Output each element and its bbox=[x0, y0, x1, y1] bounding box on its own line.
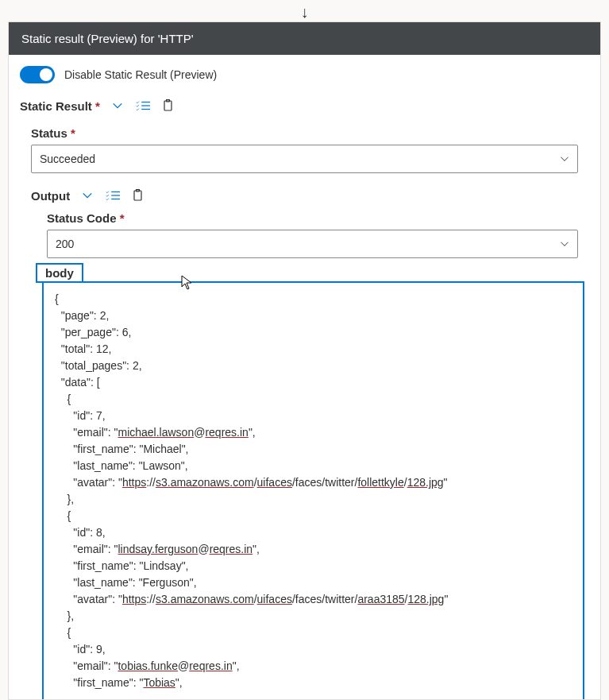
chevron-down-icon bbox=[560, 154, 569, 164]
status-code-required: * bbox=[120, 211, 125, 225]
static-result-label-text: Static Result bbox=[20, 99, 92, 113]
chevron-down-icon[interactable] bbox=[79, 188, 95, 203]
body-editor[interactable]: { "page": 2, "per_page": 6, "total": 12,… bbox=[42, 281, 584, 699]
panel-title: Static result (Preview) for 'HTTP' bbox=[9, 22, 600, 55]
svg-rect-8 bbox=[134, 191, 141, 200]
status-code-label: Status Code * bbox=[47, 211, 589, 225]
status-code-value: 200 bbox=[56, 238, 74, 250]
disable-static-result-toggle[interactable] bbox=[20, 66, 55, 83]
toggle-row: Disable Static Result (Preview) bbox=[20, 66, 589, 83]
list-icon[interactable] bbox=[105, 188, 121, 203]
chevron-down-icon bbox=[560, 239, 569, 249]
static-result-label: Static Result * bbox=[20, 99, 100, 113]
paste-icon[interactable] bbox=[160, 98, 176, 114]
chevron-down-icon[interactable] bbox=[110, 98, 125, 114]
body-tab[interactable]: body bbox=[36, 263, 83, 283]
status-label: Status * bbox=[31, 126, 589, 140]
output-section-row: Output bbox=[31, 188, 589, 203]
status-code-label-text: Status Code bbox=[47, 211, 117, 225]
svg-rect-3 bbox=[164, 101, 172, 110]
static-result-panel: Static result (Preview) for 'HTTP' Disab… bbox=[8, 21, 601, 700]
status-label-text: Status bbox=[31, 126, 67, 140]
toggle-label: Disable Static Result (Preview) bbox=[64, 68, 217, 81]
static-result-section-row: Static Result * bbox=[20, 98, 589, 114]
status-value: Succeeded bbox=[40, 153, 95, 165]
toggle-knob bbox=[40, 68, 52, 81]
flow-arrow-icon: ↓ bbox=[301, 3, 309, 21]
status-select[interactable]: Succeeded bbox=[31, 145, 578, 173]
panel-body: Disable Static Result (Preview) Static R… bbox=[9, 55, 600, 699]
list-icon[interactable] bbox=[135, 98, 151, 114]
output-label: Output bbox=[31, 189, 70, 203]
status-code-select[interactable]: 200 bbox=[47, 230, 578, 258]
static-result-required: * bbox=[95, 99, 100, 113]
status-required: * bbox=[71, 126, 75, 140]
paste-icon[interactable] bbox=[130, 188, 146, 203]
